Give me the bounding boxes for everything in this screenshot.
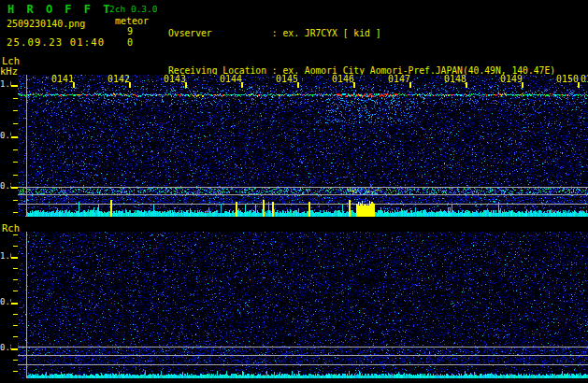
meteor-count-top: 9 [127, 26, 133, 36]
time-label: 0143 [161, 74, 186, 84]
time-axis-row: 0141014201430144014501460147014801490150… [0, 74, 588, 85]
hrofft-window: H R O F F T 2ch 0.3.0 2509230140.png met… [0, 0, 588, 383]
time-label: 0141 [49, 74, 74, 84]
time-label: 0145 [273, 74, 298, 84]
version-label: 2ch 0.3.0 [109, 4, 157, 14]
time-label: 0149 [497, 74, 523, 84]
time-label: 0142 [105, 74, 130, 84]
time-label: 0150 [553, 74, 579, 84]
time-label: 0146 [329, 74, 354, 84]
lch-spectrogram-canvas [11, 75, 588, 217]
rch-spectrogram-canvas [11, 232, 588, 378]
time-label: 0144 [217, 74, 242, 84]
time-label: 0147 [385, 74, 410, 84]
filename-label: 2509230140.png [7, 19, 85, 29]
time-label: 0148 [441, 74, 466, 84]
datetime-label: 25.09.23 01:40 [7, 36, 105, 48]
time-label-clipped: 0151 [581, 74, 588, 84]
observer-line: Ovserver : ex. JR7CYX [ kid ] [168, 27, 582, 39]
meteor-count-bottom: 0 [127, 37, 133, 48]
app-title: H R O F F T [7, 3, 112, 16]
meteor-label: meteor [115, 16, 149, 26]
